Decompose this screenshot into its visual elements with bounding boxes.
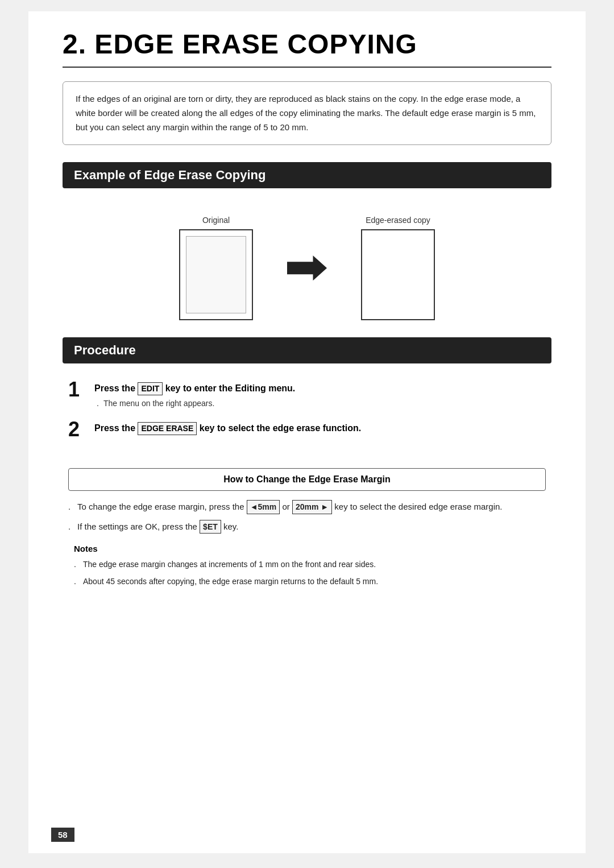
note-1: The edge erase margin changes at increme… <box>74 558 546 571</box>
original-diagram: Original <box>179 216 253 320</box>
how-to-item-1: To change the edge erase margin, press t… <box>68 500 546 514</box>
step-1-main: Press the EDIT key to enter the Editing … <box>94 382 546 395</box>
step-2-main: Press the EDGE ERASE key to select the e… <box>94 421 546 435</box>
steps-area: 1 Press the EDIT key to enter the Editin… <box>63 379 551 440</box>
original-box-inner <box>186 236 246 313</box>
step-1-number: 1 <box>68 379 85 400</box>
example-header: Example of Edge Erase Copying <box>63 162 551 188</box>
notes-area: Notes The edge erase margin changes at i… <box>68 544 546 588</box>
step-1: 1 Press the EDIT key to enter the Editin… <box>68 379 546 408</box>
arrow-right-icon <box>287 255 327 280</box>
step-2: 2 Press the EDGE ERASE key to select the… <box>68 419 546 440</box>
how-to-item-2: If the settings are OK, press the $ET ke… <box>68 520 546 534</box>
notes-title: Notes <box>74 544 546 553</box>
page-title: 2. EDGE ERASE COPYING <box>63 28 551 68</box>
how-to-header: How to Change the Edge Erase Margin <box>68 468 546 491</box>
note-2: About 45 seconds after copying, the edge… <box>74 575 546 588</box>
edit-key: EDIT <box>138 382 163 395</box>
set-key: $ET <box>200 520 221 534</box>
page: 2. EDGE ERASE COPYING If the edges of an… <box>28 11 586 853</box>
how-to-section: How to Change the Edge Erase Margin To c… <box>63 457 551 588</box>
edge-erased-label: Edge-erased copy <box>366 216 430 225</box>
edge-erased-box <box>361 229 435 320</box>
20mm-key: 20mm ► <box>292 500 332 514</box>
example-section: Example of Edge Erase Copying Original E… <box>63 162 551 320</box>
step-1-sub: The menu on the right appears. <box>103 399 546 408</box>
procedure-header: Procedure <box>63 337 551 363</box>
intro-box: If the edges of an original are torn or … <box>63 81 551 145</box>
edge-erased-diagram: Edge-erased copy <box>361 216 435 320</box>
intro-text: If the edges of an original are torn or … <box>76 94 536 132</box>
diagram-area: Original Edge-erased copy <box>63 216 551 320</box>
original-label: Original <box>202 216 230 225</box>
original-box <box>179 229 253 320</box>
procedure-section: Procedure 1 Press the EDIT key to enter … <box>63 337 551 440</box>
step-1-content: Press the EDIT key to enter the Editing … <box>94 379 546 408</box>
5mm-key: ◄5mm <box>247 500 280 514</box>
edge-erase-key: EDGE ERASE <box>138 422 197 435</box>
page-number: 58 <box>51 828 74 842</box>
step-2-number: 2 <box>68 419 85 440</box>
step-2-content: Press the EDGE ERASE key to select the e… <box>94 419 546 439</box>
